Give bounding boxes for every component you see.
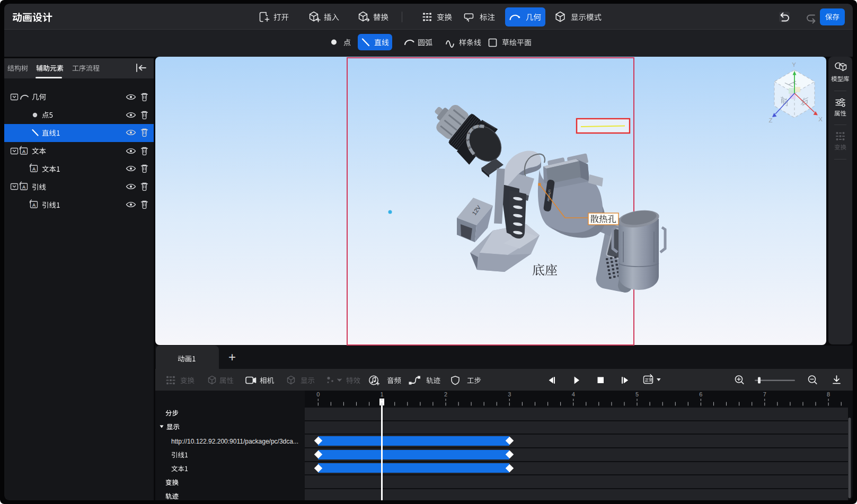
svg-text:A: A	[22, 149, 26, 154]
svg-text:Z: Z	[768, 117, 772, 123]
svg-text:A: A	[32, 202, 36, 208]
svg-text:A: A	[32, 166, 36, 172]
svg-text:A: A	[22, 184, 26, 190]
svg-text:Y: Y	[792, 61, 796, 68]
svg-text:X: X	[818, 116, 823, 122]
